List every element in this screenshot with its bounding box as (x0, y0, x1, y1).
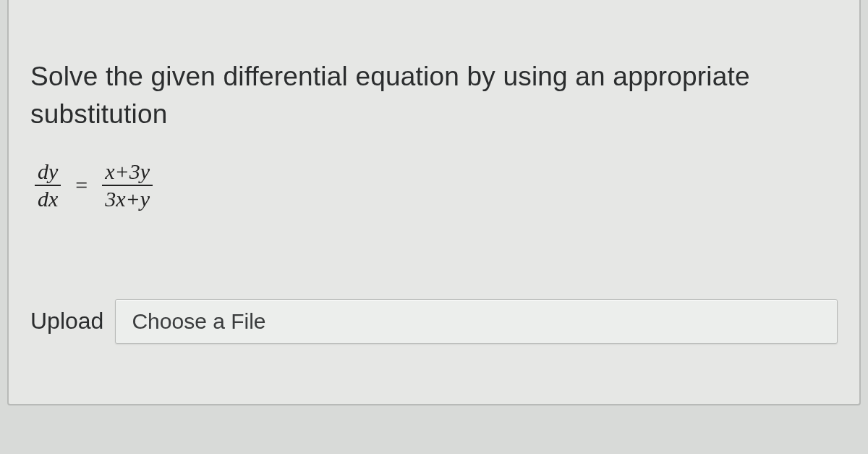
rhs-numerator: x+3y (102, 159, 153, 187)
upload-row: Upload Choose a File (30, 299, 838, 344)
file-upload-placeholder: Choose a File (132, 309, 265, 334)
lhs-numerator: dy (35, 159, 61, 187)
fraction-lhs: dy dx (35, 159, 61, 212)
upload-label: Upload (30, 308, 103, 335)
file-upload-input[interactable]: Choose a File (115, 299, 838, 344)
question-card: Solve the given differential equation by… (7, 0, 861, 405)
question-prompt: Solve the given differential equation by… (30, 58, 838, 133)
rhs-denominator: 3x+y (102, 186, 153, 212)
equation: dy dx = x+3y 3x+y (35, 159, 838, 212)
lhs-denominator: dx (35, 186, 61, 212)
fraction-rhs: x+3y 3x+y (102, 159, 153, 212)
equals-sign: = (74, 173, 89, 198)
